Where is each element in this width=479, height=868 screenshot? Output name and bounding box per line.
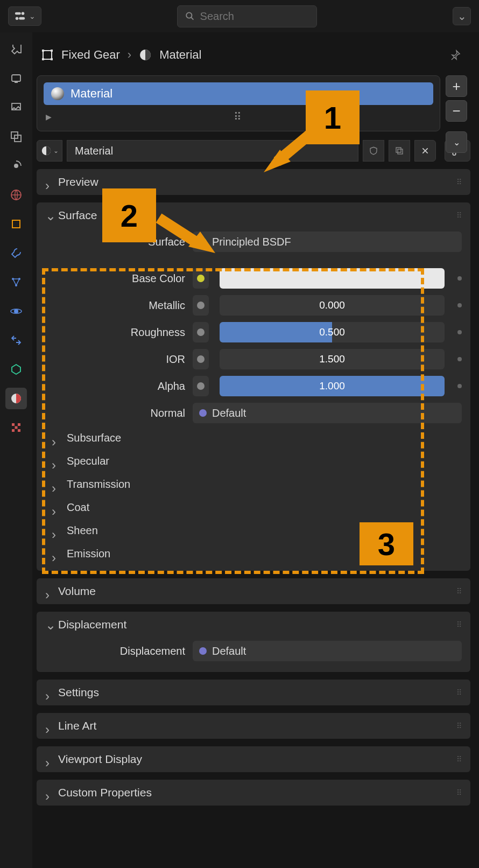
- custom-properties-panel: Custom Properties ⠿: [37, 780, 470, 806]
- material-slot-active[interactable]: Material: [44, 82, 433, 105]
- data-tab-icon[interactable]: [5, 359, 27, 380]
- chevron-right-icon: [52, 481, 59, 488]
- roughness-socket-button[interactable]: [193, 322, 209, 342]
- link-indicator-icon[interactable]: [457, 276, 462, 281]
- grip-icon[interactable]: ⠿: [456, 755, 463, 764]
- unlink-material-button[interactable]: [414, 140, 436, 162]
- expand-icon[interactable]: ▶: [46, 113, 52, 121]
- add-material-slot-button[interactable]: +: [446, 75, 467, 97]
- material-specials-dropdown[interactable]: ⌄: [446, 131, 467, 153]
- metallic-slider[interactable]: 0.000: [220, 295, 445, 316]
- roughness-label: Roughness: [45, 326, 185, 339]
- alpha-slider[interactable]: 1.000: [220, 376, 445, 396]
- grip-icon[interactable]: ⠿: [456, 620, 463, 629]
- annotation-2-arrow-icon: [151, 205, 221, 258]
- search-input[interactable]: [200, 10, 309, 23]
- world-tab-icon[interactable]: [5, 184, 27, 206]
- normal-field[interactable]: Default: [193, 403, 462, 423]
- surface-shader-field[interactable]: Principled BSDF: [193, 232, 462, 252]
- transmission-subpanel[interactable]: Transmission: [37, 473, 470, 496]
- settings-panel-header[interactable]: Settings ⠿: [37, 680, 470, 705]
- base-color-socket-button[interactable]: [193, 268, 209, 289]
- displacement-value: Default: [212, 645, 246, 657]
- svg-rect-0: [15, 12, 21, 15]
- grip-icon[interactable]: ⠿: [456, 211, 463, 220]
- chevron-right-icon: [52, 504, 59, 512]
- chevron-right-icon: [52, 527, 59, 535]
- scene-tab-icon[interactable]: [5, 155, 27, 177]
- material-preview-sphere-icon: [51, 87, 64, 100]
- surface-panel-header[interactable]: Surface ⠿: [37, 202, 470, 228]
- object-tab-icon[interactable]: [5, 213, 27, 235]
- chevron-down-icon: [45, 621, 53, 628]
- link-indicator-icon[interactable]: [457, 303, 462, 307]
- chevron-right-icon: [45, 689, 53, 696]
- coat-subpanel[interactable]: Coat: [37, 496, 470, 519]
- link-indicator-icon[interactable]: [457, 330, 462, 334]
- annotation-1: 1: [306, 90, 360, 144]
- ior-socket-button[interactable]: [193, 349, 209, 369]
- grip-icon[interactable]: ⠿: [456, 722, 463, 730]
- svg-line-5: [191, 17, 193, 19]
- base-color-label: Base Color: [45, 272, 185, 285]
- svg-rect-21: [18, 423, 20, 426]
- subsurface-subpanel[interactable]: Subsurface: [37, 426, 470, 450]
- chevron-right-icon: [45, 178, 53, 186]
- physics-tab-icon[interactable]: [5, 300, 27, 322]
- normal-value: Default: [212, 407, 246, 419]
- ior-slider[interactable]: 1.500: [220, 349, 445, 369]
- volume-panel-header[interactable]: Volume ⠿: [37, 578, 470, 604]
- roughness-slider[interactable]: 0.500: [220, 322, 445, 342]
- output-tab-icon[interactable]: [5, 97, 27, 118]
- chevron-right-icon: [45, 755, 53, 763]
- particles-tab-icon[interactable]: [5, 271, 27, 293]
- svg-point-17: [14, 309, 18, 313]
- fake-user-button[interactable]: [363, 140, 384, 162]
- grip-icon[interactable]: ⠿: [456, 587, 463, 596]
- metallic-label: Metallic: [45, 299, 185, 312]
- material-tab-icon[interactable]: [5, 388, 27, 409]
- breadcrumb-object[interactable]: Fixed Gear: [61, 48, 120, 62]
- preview-panel-header[interactable]: Preview ⠿: [37, 169, 470, 195]
- render-tab-icon[interactable]: [5, 68, 27, 89]
- drag-handle-icon[interactable]: ⠿: [234, 110, 243, 123]
- svg-rect-23: [12, 429, 15, 432]
- volume-panel: Volume ⠿: [37, 578, 470, 604]
- displacement-field[interactable]: Default: [193, 641, 462, 661]
- viewlayer-tab-icon[interactable]: [5, 126, 27, 148]
- search-input-container[interactable]: [177, 5, 317, 27]
- editor-type-selector[interactable]: ⌄: [8, 6, 41, 26]
- options-dropdown[interactable]: ⌄: [453, 7, 471, 25]
- grip-icon[interactable]: ⠿: [456, 788, 463, 797]
- tool-tab-icon[interactable]: [5, 39, 27, 60]
- pin-button[interactable]: [445, 44, 466, 66]
- constraints-tab-icon[interactable]: [5, 330, 27, 351]
- material-slot-list: Material ▶ ⠿: [37, 75, 440, 131]
- surface-shader-value: Principled BSDF: [212, 236, 291, 248]
- new-material-button[interactable]: [389, 140, 410, 162]
- grip-icon[interactable]: ⠿: [456, 688, 463, 697]
- grip-icon[interactable]: ⠿: [456, 178, 463, 186]
- chevron-right-icon: [52, 458, 59, 465]
- material-browse-button[interactable]: ⌄: [37, 140, 62, 162]
- viewport-display-panel-header[interactable]: Viewport Display ⠿: [37, 746, 470, 772]
- link-indicator-icon[interactable]: [457, 384, 462, 388]
- line-art-panel-header[interactable]: Line Art ⠿: [37, 713, 470, 739]
- displacement-label: Displacement: [45, 645, 185, 657]
- breadcrumb-material[interactable]: Material: [159, 48, 201, 62]
- volume-panel-label: Volume: [58, 585, 96, 598]
- base-color-swatch[interactable]: [220, 268, 445, 289]
- alpha-socket-button[interactable]: [193, 376, 209, 396]
- specular-subpanel[interactable]: Specular: [37, 450, 470, 473]
- vector-socket-icon: [199, 647, 207, 655]
- texture-tab-icon[interactable]: [5, 417, 27, 438]
- remove-material-slot-button[interactable]: −: [446, 100, 467, 122]
- alpha-label: Alpha: [45, 380, 185, 393]
- custom-properties-panel-header[interactable]: Custom Properties ⠿: [37, 780, 470, 806]
- displacement-panel-header[interactable]: Displacement ⠿: [37, 612, 470, 638]
- value-socket-icon: [197, 328, 205, 336]
- modifier-tab-icon[interactable]: [5, 242, 27, 264]
- metallic-socket-button[interactable]: [193, 295, 209, 316]
- object-icon: [41, 48, 54, 61]
- link-indicator-icon[interactable]: [457, 357, 462, 361]
